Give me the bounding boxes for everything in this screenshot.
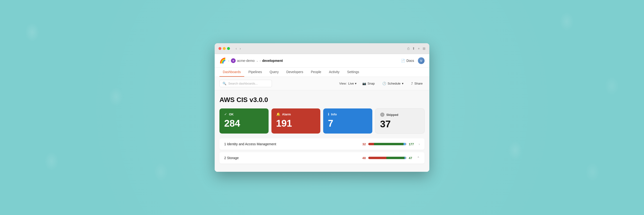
iam-blue-bar [404, 143, 406, 145]
schedule-label: Schedule [388, 82, 400, 85]
iam-gray-bar [406, 143, 406, 145]
forward-button[interactable]: › [239, 46, 242, 51]
iam-red-bar [368, 143, 374, 145]
section-row-iam[interactable]: 1 Identity and Access Management 32 177 … [220, 138, 424, 150]
storage-red-bar [368, 157, 387, 159]
schedule-icon: 🕐 [382, 82, 386, 85]
storage-green-bar [386, 157, 404, 159]
skipped-card-header: → Skipped [380, 113, 420, 117]
skipped-icon: → [380, 113, 384, 117]
tab-people[interactable]: People [308, 68, 324, 77]
alarm-number: 191 [276, 118, 316, 129]
share-label: Share [414, 82, 423, 85]
tab-dashboards[interactable]: Dashboards [220, 68, 244, 77]
schedule-button[interactable]: 🕐 Schedule ▾ [380, 81, 406, 87]
iam-alarm-count: 32 [362, 142, 366, 146]
new-tab-icon[interactable]: + [418, 47, 420, 50]
section-stats-iam: 32 177 [362, 142, 414, 146]
minimize-button[interactable] [223, 47, 226, 50]
info-card[interactable]: ℹ Info 7 [323, 108, 372, 134]
alarm-card[interactable]: 🔔 Alarm 191 [272, 108, 320, 134]
snap-label: Snap [368, 82, 375, 85]
ok-icon: ✓ [224, 112, 227, 116]
ok-card[interactable]: ✓ OK 284 [220, 108, 268, 134]
ok-label: OK [229, 113, 234, 116]
skipped-label: Skipped [386, 113, 398, 117]
share-button[interactable]: ⤴ Share [409, 81, 424, 87]
skipped-number: 37 [380, 119, 420, 129]
page-title: AWS CIS v3.0.0 [220, 96, 424, 104]
share-icon[interactable]: ⬆ [412, 47, 415, 50]
iam-chevron-icon[interactable]: › [418, 142, 420, 146]
search-icon: 🔍 [222, 82, 226, 85]
title-bar-actions: ⎙ ⬆ + ⊞ [408, 47, 426, 50]
content-area: 🌈 › ❄ acme-demo ⌄ › development 📄 Docs U [215, 54, 429, 172]
info-icon: ℹ [328, 112, 329, 116]
section-row-storage[interactable]: 2 Storage 48 47 ⌃ [220, 152, 424, 164]
traffic-lights [218, 47, 230, 50]
search-box[interactable]: 🔍 Search dashboards... [220, 80, 272, 87]
org-breadcrumb[interactable]: ❄ acme-demo ⌄ [231, 58, 258, 63]
section-name-iam: 1 Identity and Access Management [224, 142, 358, 146]
org-dropdown-icon: ⌄ [256, 59, 258, 62]
docs-icon: 📄 [401, 59, 405, 63]
storage-ok-count: 47 [409, 156, 412, 160]
snap-icon: 📷 [362, 82, 366, 85]
back-button[interactable]: ‹ [235, 46, 238, 51]
section-stats-storage: 48 47 [362, 156, 412, 160]
tab-query[interactable]: Query [266, 68, 282, 77]
info-label: Info [331, 113, 337, 116]
toolbar: 🔍 Search dashboards... View: Live ▾ 📷 Sn… [215, 77, 429, 90]
breadcrumb-sep-1: › [228, 59, 230, 63]
tab-activity[interactable]: Activity [326, 68, 343, 77]
alarm-card-header: 🔔 Alarm [276, 112, 316, 116]
breadcrumb: › ❄ acme-demo ⌄ › development [228, 58, 283, 63]
grid-icon[interactable]: ⊞ [423, 47, 426, 50]
storage-gray-bar [406, 157, 406, 159]
title-bar: ‹ › ⎙ ⬆ + ⊞ [215, 43, 429, 54]
status-cards: ✓ OK 284 🔔 Alarm 191 ℹ [220, 108, 424, 134]
top-bar-right: 📄 Docs U [401, 57, 424, 64]
docs-label: Docs [406, 59, 414, 63]
org-icon: ❄ [231, 58, 236, 63]
iam-green-bar [374, 143, 404, 145]
tab-developers[interactable]: Developers [283, 68, 306, 77]
storage-chevron-icon[interactable]: ⌃ [417, 156, 420, 160]
ok-card-header: ✓ OK [224, 112, 264, 116]
tab-settings[interactable]: Settings [344, 68, 362, 77]
info-number: 7 [328, 118, 368, 129]
docs-button[interactable]: 📄 Docs [401, 59, 414, 63]
storage-progress-bar [368, 157, 406, 159]
schedule-dropdown-icon: ▾ [402, 82, 404, 85]
view-selector: View: Live ▾ [339, 82, 356, 85]
ok-number: 284 [224, 118, 264, 129]
toolbar-right: View: Live ▾ 📷 Snap 🕐 Schedule ▾ ⤴ [339, 81, 424, 87]
nav-tabs: Dashboards Pipelines Query Developers Pe… [215, 68, 429, 77]
alarm-label: Alarm [282, 113, 291, 116]
share-icon: ⤴ [411, 82, 413, 85]
view-label: View: [339, 82, 347, 85]
bookmark-icon[interactable]: ⎙ [408, 47, 409, 50]
org-name[interactable]: acme-demo [237, 59, 255, 63]
skipped-card[interactable]: → Skipped 37 [375, 108, 425, 134]
app-logo: 🌈 [220, 58, 226, 64]
view-dropdown-icon: ▾ [355, 82, 356, 85]
maximize-button[interactable] [227, 47, 230, 50]
breadcrumb-sep-2: › [260, 59, 261, 63]
iam-progress-bar [368, 143, 406, 145]
alarm-icon: 🔔 [276, 112, 280, 116]
browser-window: ‹ › ⎙ ⬆ + ⊞ 🌈 › ❄ acme-demo ⌄ › developm… [215, 43, 429, 172]
iam-ok-count: 177 [409, 142, 414, 146]
view-dropdown[interactable]: Live ▾ [348, 82, 356, 85]
view-value: Live [348, 82, 354, 85]
close-button[interactable] [218, 47, 221, 50]
top-bar: 🌈 › ❄ acme-demo ⌄ › development 📄 Docs U [215, 54, 429, 68]
info-card-header: ℹ Info [328, 112, 368, 116]
main-content: AWS CIS v3.0.0 ✓ OK 284 🔔 Alarm [215, 90, 429, 172]
tab-pipelines[interactable]: Pipelines [245, 68, 266, 77]
search-placeholder: Search dashboards... [228, 82, 258, 85]
section-name-storage: 2 Storage [224, 156, 358, 160]
snap-button[interactable]: 📷 Snap [360, 81, 376, 87]
storage-alarm-count: 48 [362, 156, 366, 160]
user-avatar[interactable]: U [418, 57, 424, 64]
